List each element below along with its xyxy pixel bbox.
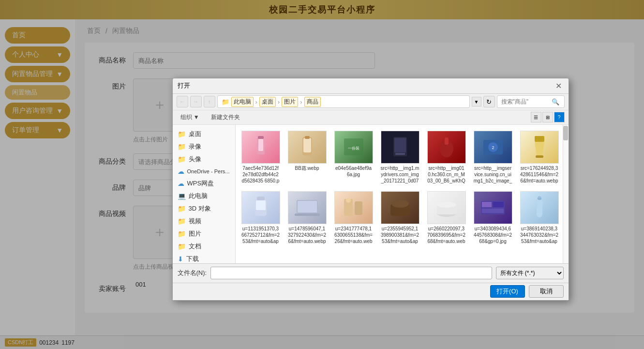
sidebar-folder-label: 录像 <box>189 142 201 151</box>
path-part-0[interactable]: 此电脑 <box>231 97 254 107</box>
svg-rect-35 <box>493 202 504 207</box>
forward-button[interactable]: → <box>190 96 202 107</box>
back-button[interactable]: ← <box>177 96 188 107</box>
file-name: BB霜.webp <box>295 165 319 171</box>
file-thumbnail: 2 <box>474 131 512 164</box>
svg-text:一份装: 一份装 <box>348 146 359 151</box>
cancel-button[interactable]: 取消 <box>529 285 564 298</box>
files-grid: 7aec54e736d12f2e78d02dfb44c2d5628435 685… <box>240 129 565 246</box>
file-thumbnail <box>288 191 327 224</box>
dialog-titlebar: 打开 ✕ <box>173 78 569 94</box>
folder-icon: 📁 <box>178 143 186 151</box>
file-name: u=2660220097,3706839695&fm=268&fmt=auto.… <box>427 226 466 244</box>
search-input[interactable] <box>501 98 550 105</box>
folder-icon: 📁 <box>178 205 186 212</box>
file-item[interactable]: src=http__img1.mydrivers.com_img_2017122… <box>379 129 421 185</box>
file-name: u=3869140238,3344763032&fm=253&fmt=auto&… <box>520 226 559 244</box>
sidebar-videos2[interactable]: 📁 视频 <box>173 215 235 228</box>
file-item[interactable]: 一份装 e04e56ae48ef9a6a.jpg <box>332 129 375 185</box>
scrollbar[interactable] <box>563 125 569 263</box>
svg-rect-20 <box>257 197 265 200</box>
svg-rect-36 <box>482 209 504 213</box>
new-folder-label: 新建文件夹 <box>211 113 240 121</box>
dialog-toolbar: ← → ↑ 📁 此电脑 › 桌面 › 图片 › 商品 ▼ <box>173 94 569 110</box>
file-name: src=http__img1.mydrivers.com_img_2017122… <box>381 165 419 183</box>
svg-rect-16 <box>535 136 544 142</box>
file-thumbnail <box>381 131 419 164</box>
sidebar-onedrive[interactable]: ☁ OneDrive - Pers... <box>173 166 235 177</box>
organize-button[interactable]: 组织 ▼ <box>177 112 203 122</box>
svg-rect-37 <box>537 199 542 217</box>
cloud-icon: ☁ <box>178 167 184 175</box>
file-item[interactable]: u=2355945952,1398900381&fm=253&fmt=auto&… <box>379 189 421 246</box>
sidebar-folder-videos[interactable]: 📁 录像 <box>173 140 235 153</box>
open-button[interactable]: 打开(O) <box>490 285 525 298</box>
filename-input[interactable] <box>210 267 492 279</box>
path-part-3[interactable]: 商品 <box>304 97 321 107</box>
up-button[interactable]: ↑ <box>204 96 215 107</box>
file-item[interactable]: BB霜.webp <box>286 129 329 185</box>
search-bar: 🔍 <box>497 95 565 108</box>
file-item[interactable]: u=3869140238,3344763032&fm=253&fmt=auto&… <box>518 189 561 246</box>
file-item[interactable]: u=2660220097,3706839695&fm=268&fmt=auto.… <box>425 189 468 246</box>
svg-rect-21 <box>256 200 266 210</box>
view-list-button[interactable]: ☰ <box>531 112 541 122</box>
refresh-button[interactable]: ↻ <box>483 96 495 107</box>
file-thumbnail <box>334 191 373 224</box>
view-grid-button[interactable]: ⊞ <box>542 112 553 122</box>
svg-point-29 <box>391 200 409 208</box>
file-thumbnail <box>427 191 466 224</box>
sidebar-3d[interactable]: 📁 3D 对象 <box>173 202 235 215</box>
file-name: src=http__img010.hc360.cn_m_M03_00_B6_wK… <box>427 165 466 183</box>
svg-marker-17 <box>535 142 544 155</box>
sidebar-folder-headshots[interactable]: 📁 头像 <box>173 153 235 166</box>
sidebar-pictures[interactable]: 📁 图片 <box>173 228 235 240</box>
svg-rect-4 <box>303 138 311 152</box>
sidebar-folder-desktop[interactable]: 📁 桌面 <box>173 128 235 140</box>
path-part-2[interactable]: 图片 <box>282 97 298 107</box>
dialog-sidebar: 📁 桌面 📁 录像 📁 头像 ☁ OneD <box>173 125 236 263</box>
file-item[interactable]: src=176244928,3428611546&fm=26&fmt=auto.… <box>518 129 561 185</box>
file-item[interactable]: u=3403089434,6445768308&fm=268&gp=0.jpg <box>472 189 514 246</box>
svg-rect-23 <box>298 201 317 212</box>
sidebar-wps[interactable]: ☁ WPS网盘 <box>173 177 235 190</box>
scrollbar-thumb[interactable] <box>563 126 568 140</box>
file-item[interactable]: u=2341777478,16300655138&fm=26&fmt=auto.… <box>332 189 375 246</box>
folder-icon: 📁 <box>178 230 186 238</box>
main-content: 首页 / 闲置物品 商品名称 图片 + 点击上传图片 <box>75 19 644 349</box>
svg-rect-12 <box>445 137 449 145</box>
sidebar-downloads[interactable]: ⬇ 下载 <box>173 253 235 263</box>
svg-rect-39 <box>538 196 541 198</box>
view-help-button[interactable]: ? <box>554 112 565 122</box>
file-item[interactable]: src=http__img010.hc360.cn_m_M03_00_B6_wK… <box>425 129 468 185</box>
file-item[interactable]: u=1131951370,3667252712&fm=253&fmt=auto&… <box>240 189 282 246</box>
file-name: u=1478596047,1327922430&fm=26&fmt=auto.w… <box>288 226 327 244</box>
organize-label: 组织 ▼ <box>180 113 199 121</box>
folder-icon: 📁 <box>178 130 186 138</box>
file-item[interactable]: u=1478596047,1327922430&fm=26&fmt=auto.w… <box>286 189 329 246</box>
folder-icon: 📁 <box>222 98 229 106</box>
folder-icon: 📁 <box>178 155 186 163</box>
sidebar-3d-label: 3D 对象 <box>189 204 211 213</box>
sidebar-folder-label: 桌面 <box>189 130 201 138</box>
sidebar-thispc[interactable]: 💻 此电脑 <box>173 190 235 202</box>
file-name: 7aec54e736d12f2e78d02dfb44c2d5628435 685… <box>241 165 280 183</box>
path-bar: 📁 此电脑 › 桌面 › 图片 › 商品 <box>217 95 470 108</box>
new-folder-button[interactable]: 新建文件夹 <box>207 112 244 122</box>
path-dropdown-button[interactable]: ▼ <box>472 97 481 106</box>
file-dialog: 打开 ✕ ← → ↑ 📁 此电脑 › 桌面 › 图片 <box>172 78 569 301</box>
file-thumbnail <box>381 191 419 224</box>
file-thumbnail <box>241 131 280 164</box>
file-name: src=176244928,3428611546&fm=26&fmt=auto.… <box>520 165 559 183</box>
dialog-close-button[interactable]: ✕ <box>554 81 564 91</box>
sidebar-documents[interactable]: 📁 文档 <box>173 240 235 253</box>
svg-rect-5 <box>305 136 310 139</box>
file-item[interactable]: 7aec54e736d12f2e78d02dfb44c2d5628435 685… <box>240 129 282 185</box>
download-icon: ⬇ <box>178 255 183 263</box>
filetype-select[interactable]: 所有文件 (*.*) <box>496 267 564 279</box>
file-item[interactable]: 2 src=http__imgservice.suning.cn_uimg1_b… <box>472 129 514 185</box>
path-part-1[interactable]: 桌面 <box>259 97 276 107</box>
dialog-main-area: 7aec54e736d12f2e78d02dfb44c2d5628435 685… <box>236 125 569 263</box>
svg-rect-2 <box>258 139 263 151</box>
computer-icon: 💻 <box>178 192 186 200</box>
